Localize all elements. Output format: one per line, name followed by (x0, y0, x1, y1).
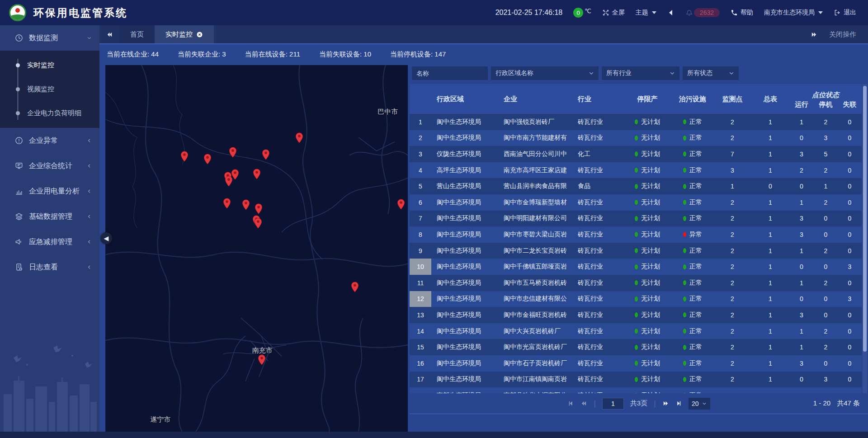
col-run: 运行 (789, 100, 814, 114)
logout-button[interactable]: 退出 (834, 9, 856, 17)
sidebar-item-emergency[interactable]: 应急减排管理 (0, 229, 99, 254)
cell-stopped: 0 (814, 291, 838, 307)
map-pin-icon[interactable] (225, 176, 232, 187)
sidebar-item-company-stats[interactable]: 企业综合统计 (0, 153, 99, 179)
sidebar-item-logs[interactable]: 日志查看 (0, 254, 99, 280)
table-row[interactable]: 6阆中生态环境局阆中市金博瑞新型墙材砖瓦行业无计划正常21120 (410, 194, 862, 211)
table-row[interactable]: 13阆中生态环境局阆中市金福旺页岩机砖砖瓦行业无计划正常21300 (410, 307, 862, 323)
industry-dropdown[interactable]: 所有行业 (602, 66, 679, 80)
map-pin-icon[interactable] (262, 149, 270, 160)
sidebar-item-base-data[interactable]: 基础数据管理 (0, 204, 99, 229)
table-row[interactable]: 15阆中生态环境局阆中市光富页岩机砖厂砖瓦行业无计划正常21120 (410, 339, 862, 355)
theme-dropdown[interactable]: 主题 (636, 9, 656, 17)
cell-meter: 1 (751, 307, 789, 323)
sidebar-item-data-monitor[interactable]: 数据监测 (0, 25, 99, 51)
cell-industry: 砖瓦行业 (572, 372, 623, 388)
table-row[interactable]: 1阆中生态环境局阆中强锐页岩砖厂砖瓦行业无计划正常21120 (410, 114, 862, 130)
sound-button[interactable] (667, 9, 675, 16)
sidebar-subitem[interactable]: 实时监控 (0, 53, 99, 77)
company-abnormal-icon (14, 136, 24, 145)
map-pin-icon[interactable] (295, 132, 303, 143)
map-pin-icon[interactable] (229, 147, 237, 158)
map-pin-icon[interactable] (255, 203, 263, 214)
table-row[interactable]: 17阆中生态环境局阆中市江南镇阆南页岩砖瓦行业无计划正常21030 (410, 372, 862, 388)
region-dropdown[interactable]: 行政区域名称 (491, 66, 599, 80)
status-dot-icon (683, 136, 686, 141)
chevron-down-icon (818, 11, 823, 14)
tab-实时监控[interactable]: 实时监控 (155, 25, 214, 43)
sidebar-subitem[interactable]: 企业电力负荷明细 (0, 101, 99, 125)
next-page-button[interactable] (662, 400, 669, 407)
close-operations-button[interactable]: 关闭操作 (829, 30, 856, 39)
bell-icon (685, 9, 693, 17)
map-pin-icon[interactable] (253, 169, 261, 179)
prev-page-button[interactable] (580, 400, 587, 407)
notifications-button[interactable]: 2632 (685, 8, 720, 17)
map-pin-icon[interactable] (254, 218, 262, 229)
org-dropdown[interactable]: 南充市生态环境局 (764, 9, 823, 17)
table-row[interactable]: 18南部生态环境局南部县砖华水泥有限公建材加工无计划正常60060 (410, 387, 862, 393)
table-row[interactable]: 7阆中生态环境局阆中明阳建材有限公司砖瓦行业无计划正常21300 (410, 211, 862, 227)
status-dot-icon (683, 361, 686, 366)
total-rows-label: 共47 条 (837, 399, 860, 408)
sidebar-item-power-analysis[interactable]: 企业用电量分析 (0, 179, 99, 204)
map-pin-icon[interactable] (351, 282, 359, 292)
sidebar-item-company-abnormal[interactable]: 企业异常 (0, 128, 99, 153)
chevron-left-icon (86, 264, 92, 270)
cell-stopped: 2 (814, 243, 838, 259)
cell-region: 阆中生态环境局 (431, 291, 498, 307)
page-size-select[interactable]: 20 (689, 398, 710, 410)
tabs-scroll-left-button[interactable] (99, 25, 119, 43)
table-row[interactable]: 3仪陇生态环境局西南油气田分公司川中化工无计划正常71350 (410, 146, 862, 162)
cell-stop: 无计划 (623, 387, 672, 393)
close-tab-icon[interactable] (196, 31, 203, 38)
cell-region: 南部生态环境局 (431, 387, 498, 393)
cell-company: 阆中市光富页岩机砖厂 (498, 339, 572, 355)
sidebar-subitem[interactable]: 视频监控 (0, 77, 99, 101)
map-pin-icon[interactable] (258, 354, 265, 365)
double-chevron-right-icon (811, 31, 817, 38)
table-row[interactable]: 2阆中生态环境局阆中市南方节能建材有砖瓦行业无计划正常21030 (410, 130, 862, 146)
table-row[interactable]: 11阆中生态环境局阆中市五马桥页岩机砖砖瓦行业无计划正常21120 (410, 275, 862, 291)
cell-lost: 0 (838, 130, 862, 146)
tabs-scroll-right-button[interactable] (811, 31, 817, 38)
cell-industry: 砖瓦行业 (572, 162, 623, 179)
status-dropdown[interactable]: 所有状态 (683, 66, 739, 80)
map-pin-icon[interactable] (181, 151, 189, 162)
page-number-input[interactable] (602, 398, 624, 410)
map-pin-icon[interactable] (223, 198, 231, 209)
datetime: 2021-02-25 17:46:18 (495, 9, 563, 17)
stat-item: 当前失联企业: 3 (178, 50, 226, 59)
table-row[interactable]: 10阆中生态环境局阆中千佛镇五郎垭页岩砖瓦行业无计划正常21003 (410, 259, 862, 275)
cell-company: 阆中市枣碧大梁山页岩 (498, 226, 572, 243)
table-row[interactable]: 8阆中生态环境局阆中市枣碧大梁山页岩砖瓦行业无计划异常21300 (410, 226, 862, 243)
map-pin-icon[interactable] (204, 154, 212, 165)
tab-首页[interactable]: 首页 (119, 25, 155, 43)
table-row[interactable]: 5营山生态环境局营山县润丰肉食品有限食品无计划正常10010 (410, 178, 862, 194)
status-dot-icon (635, 297, 638, 301)
table-row[interactable]: 9阆中生态环境局阆中市二龙长宝页岩砖砖瓦行业无计划正常21120 (410, 243, 862, 259)
status-dot-icon (635, 232, 638, 237)
map-collapse-button[interactable]: ◀ (100, 232, 112, 244)
last-page-button[interactable] (675, 400, 682, 407)
cell-monitor: 2 (713, 130, 751, 146)
cell-stop: 无计划 (623, 114, 672, 130)
table-row[interactable]: 4高坪生态环境局南充市高坪区王家店建砖瓦行业无计划正常31220 (410, 162, 862, 179)
table-row[interactable]: 14阆中生态环境局阆中大兴页岩机砖厂砖瓦行业无计划正常21120 (410, 323, 862, 339)
cell-industry: 化工 (572, 146, 623, 162)
map-canvas[interactable]: 巴中市南充市遂宁市 (105, 65, 408, 432)
map-pin-icon[interactable] (397, 199, 405, 210)
map-pin-icon[interactable] (242, 199, 250, 210)
table-row[interactable]: 12阆中生态环境局阆中市忠信建材有限公砖瓦行业无计划正常21003 (410, 291, 862, 307)
table-scrollbar[interactable] (863, 84, 867, 393)
help-button[interactable]: 帮助 (731, 9, 753, 17)
fullscreen-button[interactable]: 全屏 (602, 9, 625, 17)
name-search-input[interactable] (412, 66, 488, 80)
cell-region: 阆中生态环境局 (431, 323, 498, 339)
col-lost: 失联 (838, 100, 862, 114)
cell-num: 16 (410, 355, 431, 372)
cell-run: 3 (789, 211, 814, 227)
first-page-button[interactable] (567, 400, 574, 407)
table-row[interactable]: 16阆中生态环境局阆中市石子页岩机砖厂砖瓦行业无计划正常21300 (410, 355, 862, 372)
cell-monitor: 2 (713, 323, 751, 339)
